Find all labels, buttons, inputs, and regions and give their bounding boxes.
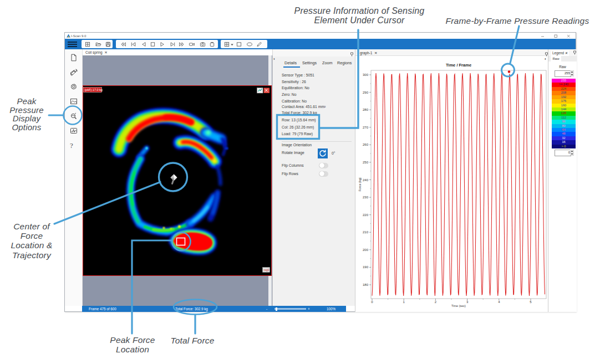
- svg-text:200: 200: [363, 248, 369, 252]
- svg-text:190: 190: [363, 265, 369, 269]
- svg-text:290: 290: [363, 91, 369, 94]
- svg-text:270: 270: [363, 126, 369, 129]
- svg-text:260: 260: [363, 143, 369, 146]
- svg-text:Time (sec): Time (sec): [451, 304, 466, 307]
- svg-text:280: 280: [363, 108, 369, 111]
- svg-text:Time / Frame: Time / Frame: [446, 63, 471, 68]
- svg-text:reg0: reg0: [263, 268, 269, 271]
- svg-text:220: 220: [363, 213, 369, 217]
- svg-text:Force (kg): Force (kg): [358, 177, 362, 191]
- svg-text:250: 250: [363, 161, 369, 164]
- svg-text:230: 230: [363, 196, 369, 199]
- svg-text:0: 0: [371, 300, 373, 304]
- svg-text:(pkF) 17.0 kg: (pkF) 17.0 kg: [84, 88, 102, 91]
- svg-text:180: 180: [363, 283, 369, 286]
- svg-text:3: 3: [466, 300, 469, 304]
- svg-text:210: 210: [363, 230, 369, 234]
- svg-text:2: 2: [435, 300, 437, 304]
- svg-text:240: 240: [363, 178, 369, 182]
- svg-text:4: 4: [498, 300, 500, 304]
- svg-text:1: 1: [403, 300, 405, 304]
- svg-text:5: 5: [530, 300, 532, 304]
- svg-text:300: 300: [363, 73, 369, 76]
